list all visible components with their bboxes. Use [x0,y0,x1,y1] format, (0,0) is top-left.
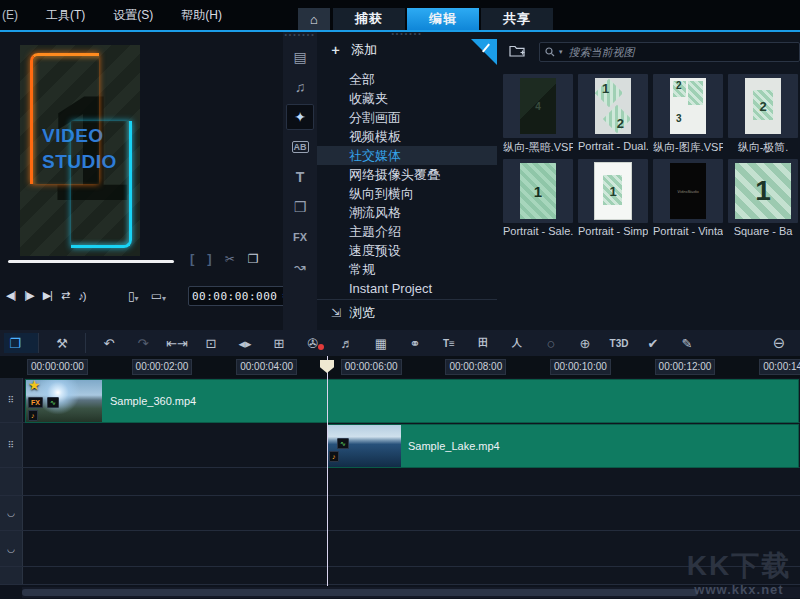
resize-preview-icon[interactable]: ▭▾ [151,289,166,303]
search-box[interactable]: ▾ [539,42,800,62]
clip-sample-360[interactable]: ★ FX ∿ ♪ Sample_360.mp4 [25,379,799,423]
library-nav-motion-path[interactable]: ↝ [286,254,314,280]
toolbar-button-frame-size[interactable]: ⊡ [200,333,222,353]
category-item[interactable]: 社交媒体 [317,146,497,165]
template-card-square-basic[interactable]: 1 Square - Ba [728,159,798,237]
template-card-portrait-vintage[interactable]: VideoStudio Portrait - Vinta... [653,159,723,237]
thumb-number: 4 [535,101,541,112]
toolbar-button-motion-tracking[interactable]: 人 [506,333,528,353]
toolbar-icon: ✔ [648,336,659,351]
scrollbar-thumb[interactable] [22,589,698,596]
category-item[interactable]: 网络摄像头覆叠 [317,165,497,184]
playhead-line[interactable] [327,356,328,586]
clip-sample-lake[interactable]: ∿ ♪ Sample_Lake.mp4 [327,424,799,468]
toolbar-button-batch-convert[interactable]: ⊞ [268,333,290,353]
seek-bar[interactable] [8,260,174,263]
toolbar-button-tools[interactable]: ⚒ [51,333,86,353]
audio-badge-icon: ♪ [28,410,38,421]
library-nav-template[interactable]: ✦ [286,104,314,130]
timecode-display[interactable]: 00:00:00:000 ▲▼ [188,286,291,306]
category-item[interactable]: 速度预设 [317,241,497,260]
previous-frame-icon[interactable]: ◀| [6,289,15,302]
template-thumb: VideoStudio [670,163,706,219]
template-card-portrait-simple[interactable]: 1 Portrait - Simpl... [578,159,648,237]
category-item[interactable]: Instant Project [317,279,497,298]
search-input[interactable] [567,45,794,59]
library-nav-effects[interactable]: FX [286,224,314,250]
preview-video[interactable]: 1 VIDEO STUDIO [20,45,140,256]
toolbar-button-mask-creator[interactable]: ◌ [540,333,562,353]
volume-icon[interactable]: ♪) [78,290,85,302]
template-card-portrait-dark[interactable]: 4 纵向-黑暗.VSP [503,74,573,155]
toolbar-button-zoom-out[interactable]: ⊖ [768,333,790,353]
category-item[interactable]: 潮流风格 [317,203,497,222]
menu-item[interactable]: 设置(S) [99,7,167,24]
watermark-url: www.kkx.net [680,582,798,597]
template-thumb-frame: 1 [728,159,798,223]
library-nav-media[interactable]: ▤ [286,44,314,70]
template-card-portrait-dual[interactable]: 1 2 Portrait - Dual.... [578,74,648,155]
category-item[interactable]: 视频模板 [317,127,497,146]
toolbar-button-stop-motion[interactable]: ⚭ [404,333,426,353]
timeline-ruler[interactable]: 00:00:00:0000:00:02:0000:00:04:0000:00:0… [0,356,800,379]
voice-track-header[interactable]: ◡ [0,496,23,530]
toolbar-button-record-capture[interactable]: ✇ [302,333,324,353]
extra-track-header[interactable] [0,567,23,584]
title-track[interactable] [0,468,800,496]
template-label: 纵向-黑暗.VSP [503,140,573,155]
end-icon[interactable]: ▶| [43,289,52,302]
toolbar-button-split-screen-template[interactable]: 田 [472,333,494,353]
mark-in-icon[interactable]: [ [190,251,194,266]
phone-preview-icon[interactable]: ▯▾ [128,289,139,303]
category-item[interactable]: 主题介绍 [317,222,497,241]
tab-capture-label: 捕获 [355,10,383,28]
import-folder-icon[interactable] [509,43,525,61]
toolbar-button-split-clip[interactable]: ◂▸ [234,333,256,353]
add-row[interactable]: ＋ 添加 [317,38,497,62]
title-track-header[interactable] [0,468,23,495]
music-track-header[interactable]: ◡ [0,531,23,566]
home-tab[interactable]: ⌂ [298,8,330,30]
menu-item[interactable]: 帮助(H) [167,7,236,24]
category-item[interactable]: 收藏夹 [317,89,497,108]
library-nav-audio[interactable]: ♫ [286,74,314,100]
template-card-portrait-minimal[interactable]: 2 纵向-极简. [728,74,798,155]
split-scissors-icon[interactable]: ✂ [225,252,235,266]
next-frame-icon[interactable]: |▶ [24,289,33,302]
search-filter-dropdown-icon[interactable]: ▾ [559,48,563,56]
enlarge-preview-icon[interactable]: ❐ [248,252,259,266]
menu-item[interactable]: 工具(T) [32,7,99,24]
library-nav-icon: AB [292,141,309,153]
library-nav-subtitle[interactable]: AB [286,134,314,160]
pin-panel-icon[interactable] [471,39,497,65]
browse-button[interactable]: ⇲ 浏览 [317,299,497,326]
toolbar-button-subtitle-editor[interactable]: T≡ [438,333,460,353]
toolbar-button-timeline-view[interactable]: ❐ [4,333,39,353]
toolbar-button-auto-music[interactable]: ▦ [370,333,392,353]
tab-edit[interactable]: 编辑 [407,8,479,30]
repeat-icon[interactable]: ⇄ [61,289,69,302]
toolbar-button-sound-mixer[interactable]: ♬ [336,333,358,353]
mark-out-icon[interactable]: ] [207,251,211,266]
category-item[interactable]: 纵向到横向 [317,184,497,203]
tab-capture[interactable]: 捕获 [333,8,405,30]
toolbar-button-track-transparency[interactable]: ⊕ [574,333,596,353]
library-nav-overlay[interactable]: ❒ [286,194,314,220]
toolbar-button-apply-to-all[interactable]: ✔ [642,333,664,353]
tab-share[interactable]: 共享 [481,8,553,30]
template-card-portrait-sale[interactable]: 1 Portrait - Sale.V... [503,159,573,237]
toolbar-button-painting-creator[interactable]: ✎ [676,333,698,353]
toolbar-button-3d-title-editor[interactable]: T3D [608,333,630,353]
video-track-header[interactable]: ⠿ [0,378,23,422]
toolbar-button-fit-project[interactable]: ⇤⇥ [166,333,188,353]
overlay-track-header[interactable]: ⠿ [0,423,23,467]
toolbar-button-redo[interactable]: ↷ [132,333,154,353]
library-nav-title[interactable]: T [286,164,314,190]
menu-item[interactable]: (E) [0,8,32,22]
category-item[interactable]: 常规 [317,260,497,279]
category-item[interactable]: 全部 [317,70,497,89]
category-item[interactable]: 分割画面 [317,108,497,127]
toolbar-button-undo[interactable]: ↶ [98,333,120,353]
voice-track[interactable]: ◡ [0,496,800,531]
template-card-portrait-gallery[interactable]: 2 3 纵向-图库.VSP [653,74,723,155]
